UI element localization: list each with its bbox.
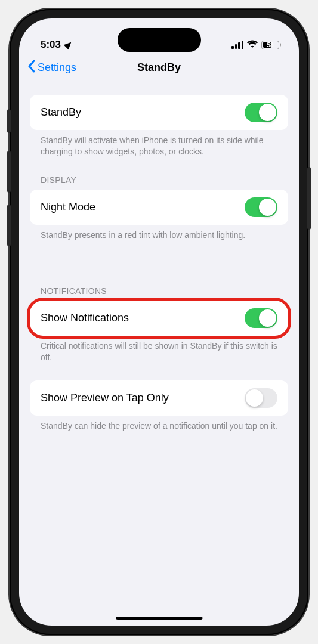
back-label: Settings (38, 61, 76, 74)
show-notifications-footer: Critical notifications will still be sho… (30, 336, 288, 363)
show-notifications-toggle[interactable] (245, 308, 277, 328)
back-button[interactable]: Settings (27, 60, 76, 76)
standby-row[interactable]: StandBy (30, 95, 288, 130)
battery-icon: 58 (261, 41, 281, 49)
status-time: 5:03 (41, 39, 61, 51)
dynamic-island (118, 28, 201, 52)
standby-label: StandBy (41, 106, 81, 119)
battery-level: 58 (267, 42, 273, 48)
show-preview-footer: StandBy can hide the preview of a notifi… (30, 416, 288, 432)
power-button (307, 167, 311, 230)
signal-icon (231, 41, 243, 49)
show-preview-row[interactable]: Show Preview on Tap Only (30, 380, 288, 416)
show-notifications-label: Show Notifications (41, 312, 129, 324)
chevron-left-icon (27, 60, 35, 76)
display-footer: StandBy presents in a red tint with low … (30, 225, 288, 241)
wifi-icon (247, 39, 258, 51)
page-title: StandBy (137, 61, 181, 74)
location-icon (64, 40, 73, 49)
night-mode-label: Night Mode (41, 201, 95, 213)
show-notifications-row[interactable]: Show Notifications (30, 301, 288, 336)
notifications-header: NOTIFICATIONS (30, 286, 288, 301)
standby-footer: StandBy will activate when iPhone is tur… (30, 130, 288, 157)
show-preview-label: Show Preview on Tap Only (41, 392, 169, 404)
home-indicator[interactable] (116, 617, 202, 620)
standby-toggle[interactable] (245, 103, 277, 122)
nav-bar: Settings StandBy (19, 53, 299, 82)
screen: 5:03 58 (19, 18, 299, 626)
volume-down-button (7, 205, 11, 246)
silence-switch (7, 109, 11, 133)
night-mode-row[interactable]: Night Mode (30, 190, 288, 225)
show-preview-toggle[interactable] (245, 388, 277, 408)
phone-frame: 5:03 58 (10, 9, 308, 635)
display-header: DISPLAY (30, 175, 288, 190)
volume-up-button (7, 151, 11, 193)
night-mode-toggle[interactable] (245, 197, 277, 217)
